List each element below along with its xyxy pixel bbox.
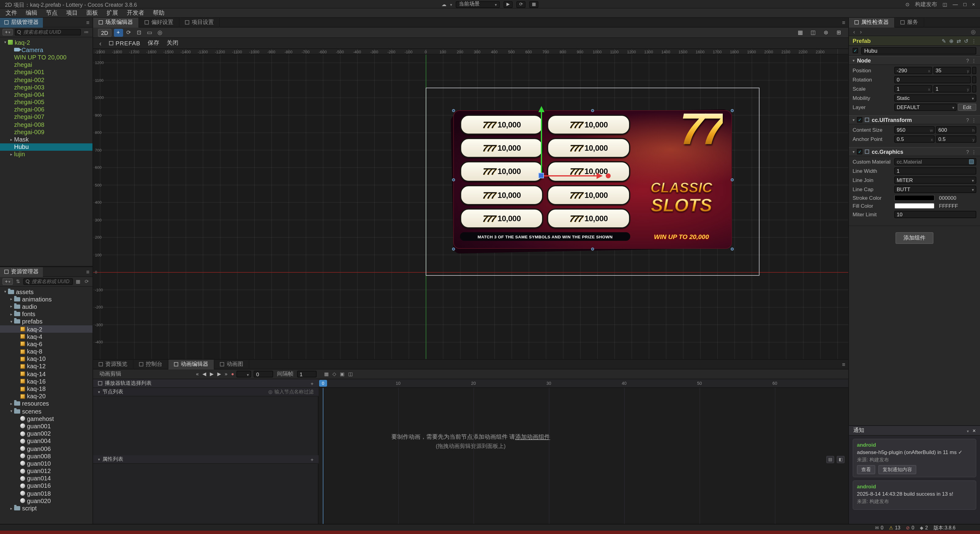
tab-控制台[interactable]: 控制台 [134,359,169,369]
tree-item-guan014[interactable]: guan014 [0,475,92,482]
notification-action-复制通知内容[interactable]: 复制通知内容 [878,465,916,474]
scale-y-input[interactable]: 1y [933,85,971,92]
position-x-input[interactable]: -290x [894,67,932,74]
gizmo-x-arrowhead-icon[interactable] [597,173,603,179]
tree-item-zhegai-007[interactable]: zhegai-007 [0,113,92,121]
tree-item-zhegai-002[interactable]: zhegai-002 [0,76,92,83]
selection-handle[interactable] [452,109,455,112]
rotation-z-input[interactable] [972,76,976,83]
right-arrow-icon[interactable]: ▸ [9,506,14,511]
skip-start-button[interactable]: « [196,371,199,377]
bell-counter[interactable]: ◆2 [920,525,928,530]
tree-item-zhegai-009[interactable]: zhegai-009 [0,128,92,136]
selection-handle[interactable] [452,247,455,250]
tree-item-guan012[interactable]: guan012 [0,467,92,475]
tab-hierarchy[interactable]: 层级管理器 [0,18,43,27]
tree-item-guan018[interactable]: guan018 [0,489,92,497]
tree-item-kaq-8[interactable]: kaq-8 [0,348,92,355]
right-arrow-icon[interactable]: ▸ [9,137,14,142]
tab-资源预览[interactable]: 资源预览 [93,359,134,369]
tree-item-assets[interactable]: ▾assets [0,288,92,295]
create-node-button[interactable]: + [2,29,13,35]
tree-item-kaq-10[interactable]: kaq-10 [0,355,92,362]
error-counter[interactable]: ⊘0 [906,525,915,530]
skip-end-button[interactable]: » [225,371,228,377]
preview-device-icon[interactable]: ◫ [943,2,947,7]
collapse-arrow-icon[interactable]: ▾ [98,457,100,462]
record-button[interactable]: ● [231,371,234,377]
tree-item-zhegai-001[interactable]: zhegai-001 [0,69,92,76]
tree-item-zhegai-005[interactable]: zhegai-005 [0,98,92,106]
curve-view-icon[interactable]: ▤ [826,456,834,463]
warning-counter[interactable]: ⚠13 [889,525,900,530]
tree-item-guan008[interactable]: guan008 [0,452,92,459]
material-picker-icon[interactable] [969,159,974,164]
graphics-enabled-checkbox[interactable] [857,149,863,155]
selection-handle[interactable] [730,178,733,181]
right-arrow-icon[interactable]: ▸ [9,312,14,316]
assets-search-input[interactable]: 搜索名称或 UUID [23,278,73,285]
tab-偏好设置[interactable]: 偏好设置 [139,18,180,27]
add-property-button[interactable]: + [310,456,313,462]
tree-item-guan016[interactable]: guan016 [0,482,92,489]
tree-item-zhegai-003[interactable]: zhegai-003 [0,83,92,91]
down-arrow-icon[interactable]: ▾ [2,289,8,294]
fullscreen-icon[interactable]: ⊞ [834,29,843,37]
anchor-y-input[interactable]: 0.5y [936,135,976,143]
animation-panel-menu-icon[interactable] [839,361,848,367]
nav-back-icon[interactable]: ‹ [853,29,855,35]
build-icon[interactable]: ⊙ [905,2,909,7]
assets-menu-icon[interactable] [83,269,92,275]
scratch-card-node[interactable]: 77710,00077710,00077710,00077710,0007771… [453,110,732,249]
assets-view-icon[interactable]: ▦ [75,279,81,284]
collapse-notifications-icon[interactable] [967,427,969,434]
cloud-sync-icon[interactable]: ☁ [442,2,447,7]
menu-item-节点[interactable]: 节点 [46,9,57,17]
tree-item-guan004[interactable]: guan004 [0,437,92,445]
track-select-row[interactable]: 播放器轨道选择列表 + [93,379,318,388]
cloud-caret-icon[interactable] [450,1,452,7]
tree-item-kaq-16[interactable]: kaq-16 [0,378,92,385]
down-arrow-icon[interactable]: ▾ [9,319,14,324]
tree-item-guan010[interactable]: guan010 [0,460,92,467]
settings-icon[interactable]: ⊛ [821,29,830,37]
mode-2d-toggle[interactable]: 2D [98,29,111,37]
gizmo-x-axis[interactable] [541,175,597,177]
tree-item-kaq-2[interactable]: ▾kaq-2 [0,38,92,46]
prefab-reset-icon[interactable]: ↺ [964,38,968,44]
node-list-row[interactable]: ▾ 节点列表 ◎ 输入节点名称过滤 [93,388,318,397]
tree-item-lujin[interactable]: ▸lujin [0,151,92,158]
scale-x-input[interactable]: 1x [894,85,932,92]
prefab-more-icon[interactable] [971,38,976,44]
line-join-dropdown[interactable]: MITER [894,177,976,184]
node-menu-icon[interactable] [971,57,976,64]
selection-handle[interactable] [452,178,455,181]
prefab-save-button[interactable]: 保存 [148,39,159,47]
tree-item-zhegai-006[interactable]: zhegai-006 [0,106,92,113]
stroke-color-swatch[interactable] [894,195,935,201]
curve-icon[interactable]: ◫ [348,371,353,377]
minimize-button[interactable]: — [953,1,958,7]
content-width-input[interactable]: 950w [894,126,935,134]
assets-refresh-icon[interactable]: ⟳ [84,279,90,284]
menu-item-文件[interactable]: 文件 [5,9,17,17]
back-arrow-icon[interactable] [99,40,101,47]
prefab-locate-icon[interactable]: ⊕ [949,38,953,44]
gizmo-y-axis[interactable] [541,112,542,176]
collapse-arrow-icon[interactable]: ▾ [98,389,100,394]
play-button[interactable]: ▶ [210,371,213,377]
nav-forward-icon[interactable]: › [860,29,862,35]
prev-frame-button[interactable]: ◀ [202,371,206,377]
custom-material-input[interactable]: cc.Material [894,158,976,166]
tree-item-guan020[interactable]: guan020 [0,497,92,505]
miter-limit-input[interactable]: 10 [894,211,976,218]
hierarchy-search-input[interactable]: 搜索名称或 UUID [15,29,81,35]
tab-动画图[interactable]: 动画图 [215,359,249,369]
menu-item-编辑[interactable]: 编辑 [26,9,37,17]
notification-action-查看[interactable]: 查看 [857,465,875,474]
rotate-tool-button[interactable]: ⟳ [124,29,133,37]
selection-handle[interactable] [730,109,733,112]
rotation-input[interactable]: 0 [894,76,971,83]
hierarchy-menu-icon[interactable] [83,19,92,26]
help-icon[interactable] [966,57,969,64]
